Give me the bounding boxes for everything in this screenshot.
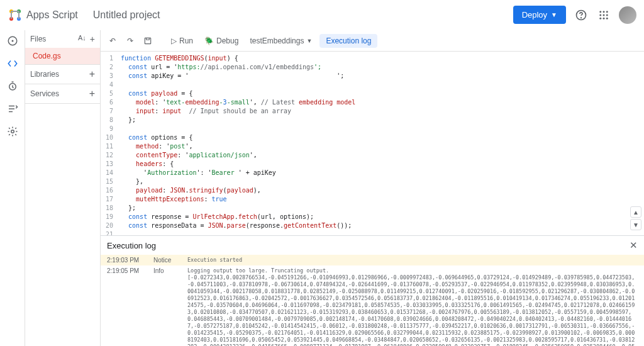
apps-grid-icon[interactable]: [596, 8, 611, 23]
product-name: Apps Script: [26, 9, 78, 21]
account-avatar[interactable]: [619, 6, 636, 24]
log-time: 2:19:05 PM: [107, 267, 145, 274]
save-icon[interactable]: [141, 34, 155, 48]
triggers-icon[interactable]: [6, 79, 19, 93]
log-row: 2:19:03 PMNoticeExecution started: [101, 255, 644, 265]
code-content[interactable]: function GETEMBEDDINGS(input) { const ur…: [117, 52, 644, 235]
overview-icon[interactable]: [6, 34, 19, 48]
svg-point-9: [599, 14, 601, 16]
scroll-down-icon[interactable]: ▼: [630, 219, 641, 230]
log-message: Execution started: [187, 257, 638, 264]
app-header: Apps Script Untitled project Deploy ▼: [0, 0, 644, 30]
svg-point-14: [606, 17, 608, 19]
libraries-section[interactable]: Libraries +: [25, 65, 100, 84]
svg-point-5: [581, 17, 582, 18]
deploy-label: Deploy: [522, 10, 547, 20]
function-name: testEmbeddings: [250, 36, 304, 45]
editor-toolbar: ↶ ↷ ▷Run 🪲Debug testEmbeddings▼ Executio…: [101, 30, 644, 52]
chevron-down-icon: ▼: [551, 11, 557, 18]
settings-icon[interactable]: [6, 125, 19, 138]
code-editor[interactable]: 1234567891011121314151617181920212223242…: [101, 52, 644, 235]
file-code-gs[interactable]: Code.gs: [25, 48, 100, 64]
apps-script-icon: [8, 8, 23, 23]
svg-point-12: [599, 17, 601, 19]
editor-icon[interactable]: [6, 57, 19, 70]
libraries-label: Libraries: [30, 70, 59, 79]
execution-log-panel: Execution log ✕ 2:19:03 PMNoticeExecutio…: [101, 235, 644, 346]
services-section[interactable]: Services +: [25, 84, 100, 103]
left-rail: [0, 30, 25, 346]
undo-icon[interactable]: ↶: [106, 34, 119, 48]
project-title[interactable]: Untitled project: [93, 9, 160, 21]
function-selector[interactable]: testEmbeddings▼: [246, 34, 316, 48]
svg-point-7: [603, 11, 605, 13]
services-label: Services: [30, 89, 59, 98]
log-level: Notice: [153, 257, 179, 264]
svg-rect-19: [145, 38, 150, 43]
svg-point-16: [12, 40, 13, 42]
execution-log-button[interactable]: Execution log: [319, 34, 377, 48]
add-library-icon[interactable]: +: [89, 69, 95, 80]
logo: Apps Script: [8, 8, 78, 23]
files-header: Files A↓ +: [25, 30, 100, 48]
debug-button[interactable]: 🪲Debug: [201, 34, 242, 48]
svg-point-6: [599, 11, 601, 13]
play-icon: ▷: [171, 36, 177, 45]
svg-point-13: [603, 17, 605, 19]
debug-label: Debug: [216, 36, 238, 45]
deploy-button[interactable]: Deploy ▼: [513, 6, 566, 24]
svg-point-10: [603, 14, 605, 16]
run-label: Run: [179, 36, 193, 45]
add-file-icon[interactable]: +: [90, 34, 95, 44]
executions-icon[interactable]: [6, 102, 19, 116]
run-button[interactable]: ▷Run: [167, 34, 197, 48]
redo-icon[interactable]: ↷: [123, 34, 137, 48]
line-gutter: 1234567891011121314151617181920212223242…: [101, 52, 117, 235]
add-service-icon[interactable]: +: [89, 88, 95, 99]
log-level: Info: [153, 267, 179, 274]
chevron-down-icon: ▼: [306, 38, 312, 44]
sort-icon[interactable]: A↓: [78, 34, 86, 44]
svg-point-8: [606, 11, 608, 13]
log-time: 2:19:03 PM: [107, 257, 145, 264]
bug-icon: 🪲: [204, 36, 214, 45]
log-message: Logging output too large. Truncating out…: [187, 267, 638, 346]
svg-point-18: [11, 130, 14, 133]
help-icon[interactable]: [574, 8, 589, 23]
svg-point-11: [606, 14, 608, 16]
close-icon[interactable]: ✕: [630, 240, 638, 251]
files-label: Files: [30, 35, 46, 43]
log-row: 2:19:05 PMInfoLogging output too large. …: [101, 265, 644, 346]
execution-log-title: Execution log: [107, 241, 156, 250]
files-sidebar: Files A↓ + Code.gs Libraries + Services …: [25, 30, 101, 346]
scroll-up-icon[interactable]: ▲: [630, 206, 641, 218]
